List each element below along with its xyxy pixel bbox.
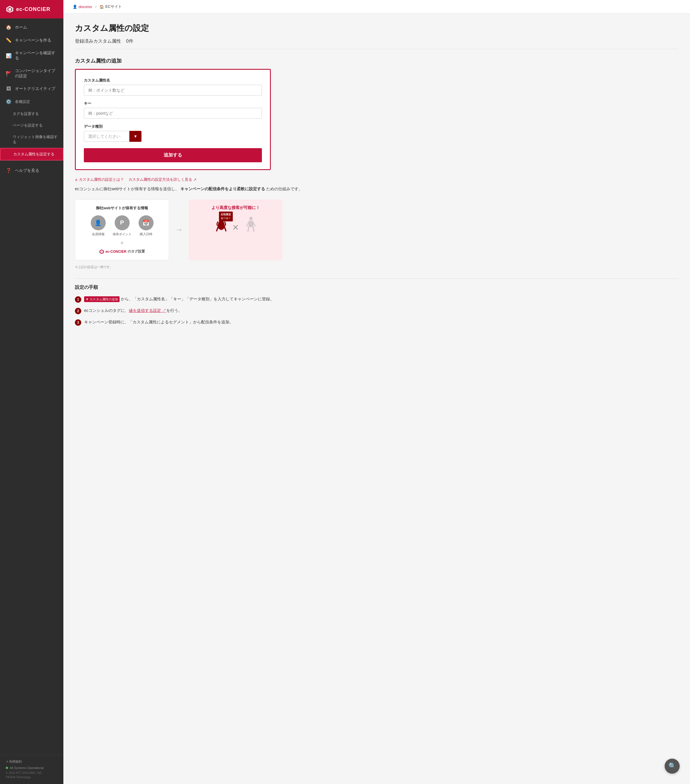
info-desc-end: ための仕組みです。: [266, 186, 302, 191]
svg-line-13: [253, 222, 255, 226]
sidebar-item-check-campaign[interactable]: 📊 キャンペーンを確認する: [0, 47, 63, 64]
diagram-icon-date: 📅 購入日時: [139, 215, 154, 236]
terms-label: 利用規約: [9, 759, 22, 764]
step-2-link[interactable]: 値を送信する設定 ↗: [129, 308, 166, 313]
chevron-icon: ∧: [75, 178, 78, 182]
sidebar-sub-custom-attr[interactable]: カスタム属性を設定する: [0, 148, 63, 161]
breadcrumb-shop-icon: 🏠: [99, 5, 104, 9]
add-section-title: カスタム属性の追加: [75, 58, 678, 64]
fab-search-icon: 🔍: [669, 763, 676, 770]
info-detail-link[interactable]: カスタム属性の設定方法を詳しく見る ↗: [128, 177, 197, 182]
diagram-left-title: 御社webサイトが保有する情報: [81, 206, 163, 211]
copyright: © 2016 NTT DOCOMO, INC. PKSHA Technology: [6, 771, 58, 779]
sidebar: ec-CONCIER 🏠 ホーム ✏️ キャンペーンを作る 📊 キャンペーンを確…: [0, 0, 63, 784]
info-description: ecコンシェルに御社webサイトが保有する情報を送信し、 キャンペーンの配信条件…: [75, 186, 678, 193]
sidebar-item-settings[interactable]: ⚙️ 各種設定: [0, 95, 63, 108]
form-key-input[interactable]: [84, 108, 262, 119]
form-type-select[interactable]: 選択してください 文字列 数値 日付: [84, 131, 129, 142]
diagram-icon-points: P 保有ポイント: [113, 215, 131, 236]
info-toggle-link[interactable]: ∧ カスタム属性の設定とは？: [75, 177, 124, 182]
info-detail-label: カスタム属性の設定方法を詳しく見る: [128, 177, 192, 182]
main-content: 👤 docomo > 🏠 ECサイト カスタム属性の設定 登録済みカスタム属性 …: [63, 0, 690, 784]
sidebar-item-conversion[interactable]: 🚩 コンバージョンタイプの設定: [0, 64, 63, 82]
sidebar-sub-set-tag-label: タグを設置する: [13, 111, 39, 117]
step-2: 2 ecコンシェルのタグに、値を送信する設定 ↗を行う。: [75, 307, 678, 314]
figure-female: 女性限定セール！: [215, 215, 228, 232]
step-2-num: 2: [75, 308, 81, 314]
info-toggle-label: カスタム属性の設定とは？: [79, 177, 124, 182]
form-type-group: データ種別 選択してください 文字列 数値 日付 ▼: [84, 124, 262, 142]
diagram-note: ※上記の設定は一例です。: [75, 265, 678, 269]
step-1-content: ▼ カスタム属性の追加 から、「カスタム属性名」「キー」「データ種別」を入力して…: [84, 296, 274, 303]
home-icon: 🏠: [6, 25, 12, 30]
edit-icon: ✏️: [6, 38, 12, 43]
diagram-arrow: →: [175, 199, 183, 260]
sidebar-item-create-label: キャンペーンを作る: [15, 38, 51, 43]
chart-icon: 📊: [6, 53, 12, 59]
page-title: カスタム属性の設定: [75, 23, 678, 34]
info-toggle: ∧ カスタム属性の設定とは？ カスタム属性の設定方法を詳しく見る ↗: [75, 177, 678, 182]
logo-icon: [6, 5, 14, 13]
points-icon-circle: P: [115, 215, 130, 230]
sidebar-sub-set-page[interactable]: ページを設定する: [0, 120, 63, 131]
sidebar-sub-check-widget-label: ウィジェット画像を確認する: [13, 134, 58, 145]
diagram-figures: 女性限定セール！: [194, 215, 277, 232]
sidebar-sub-set-tag[interactable]: タグを設置する: [0, 108, 63, 120]
info-desc-strong: キャンペーンの配信条件をより柔軟に設定する: [180, 186, 265, 191]
steps-title: 設定の手順: [75, 285, 678, 290]
breadcrumb-separator: >: [95, 5, 97, 9]
sidebar-item-conversion-label: コンバージョンタイプの設定: [15, 68, 58, 79]
image-icon: 🖼: [6, 86, 12, 91]
sidebar-sub-set-page-label: ページを設定する: [13, 123, 43, 128]
sidebar-item-help[interactable]: ❓ ヘルプを見る: [0, 164, 63, 177]
diagram-right-title: より高度な接客が可能に！: [194, 205, 277, 211]
form-name-label: カスタム属性名: [84, 78, 262, 83]
diagram-plus: +: [81, 239, 163, 247]
add-button[interactable]: 追加する: [84, 148, 262, 162]
flag-icon: 🚩: [6, 71, 12, 76]
sidebar-sub-check-widget[interactable]: ウィジェット画像を確認する: [0, 131, 63, 148]
topbar: 👤 docomo > 🏠 ECサイト: [63, 0, 690, 13]
figure-male: [246, 216, 256, 232]
svg-line-6: [217, 226, 219, 231]
breadcrumb-shop-label: ECサイト: [105, 4, 122, 9]
sidebar-item-create-campaign[interactable]: ✏️ キャンペーンを作る: [0, 34, 63, 47]
status-label: All Systems Operational: [10, 766, 43, 769]
step-3-content: キャンペーン登録時に、「カスタム属性によるセグメント」から配信条件を追加。: [84, 319, 233, 326]
sidebar-logo[interactable]: ec-CONCIER: [0, 0, 63, 18]
breadcrumb-user-link[interactable]: docomo: [79, 5, 92, 9]
member-icon-circle: 👤: [91, 215, 106, 230]
step-2-content: ecコンシェルのタグに、値を送信する設定 ↗を行う。: [84, 307, 182, 314]
sidebar-item-help-label: ヘルプを見る: [15, 168, 39, 173]
sidebar-item-home[interactable]: 🏠 ホーム: [0, 21, 63, 34]
step-3: 3 キャンペーン登録時に、「カスタム属性によるセグメント」から配信条件を追加。: [75, 319, 678, 326]
sidebar-item-auto-creative[interactable]: 🖼 オートクリエイティブ: [0, 82, 63, 95]
registered-count: 登録済みカスタム属性 0件: [75, 38, 678, 49]
diagram-icons: 👤 会員情報 P 保有ポイント 📅 購入日時: [81, 215, 163, 236]
diagram-right: より高度な接客が可能に！ 女性限定セール！: [189, 199, 283, 260]
sidebar-footer: ↗ 利用規約 All Systems Operational © 2016 NT…: [0, 754, 63, 784]
sale-badge: 女性限定セール！: [219, 212, 233, 221]
external-link-icon: ↗: [193, 178, 197, 182]
steps-divider: [75, 278, 678, 279]
svg-rect-9: [249, 221, 253, 227]
step-1-tag: ▼ カスタム属性の追加: [84, 296, 120, 302]
date-icon-circle: 📅: [139, 215, 154, 230]
gear-icon: ⚙️: [6, 99, 12, 104]
svg-point-8: [249, 217, 253, 220]
fab-search-button[interactable]: 🔍: [665, 759, 680, 774]
terms-link[interactable]: ↗ 利用規約: [6, 759, 58, 764]
form-type-label: データ種別: [84, 124, 262, 129]
form-name-group: カスタム属性名: [84, 78, 262, 96]
sidebar-item-settings-label: 各種設定: [15, 99, 30, 104]
breadcrumb: 👤 docomo > 🏠 ECサイト: [72, 4, 122, 9]
status-dot: [6, 767, 8, 769]
diagram-tag-text: のタグ設置: [128, 249, 145, 254]
date-icon-label: 購入日時: [140, 232, 153, 236]
diagram-left: 御社webサイトが保有する情報 👤 会員情報 P 保有ポイント 📅 購入日時: [75, 199, 169, 260]
select-dropdown-button[interactable]: ▼: [129, 131, 141, 142]
member-icon-label: 会員情報: [92, 232, 105, 236]
form-name-input[interactable]: [84, 85, 262, 96]
info-desc-plain: ecコンシェルに御社webサイトが保有する情報を送信し、: [75, 186, 179, 191]
breadcrumb-user-icon: 👤: [72, 5, 77, 9]
